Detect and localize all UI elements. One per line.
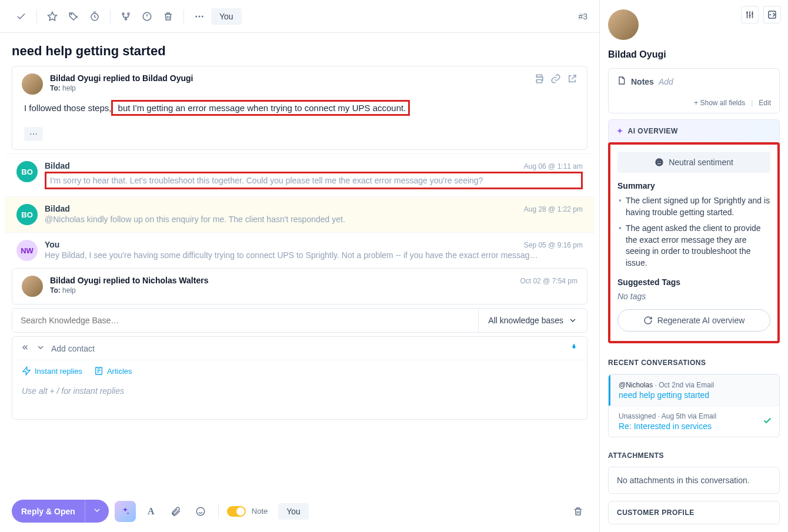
message-from: Bildad Oyugi replied to Nicholas Walters xyxy=(50,276,208,285)
svg-rect-11 xyxy=(537,80,542,83)
message-time: Aug 28 @ 1:22 pm xyxy=(524,205,583,213)
settings-icon[interactable] xyxy=(741,6,759,24)
message-time: Oct 02 @ 7:54 pm xyxy=(520,277,577,285)
highlighted-text: but I'm getting an error message when tr… xyxy=(111,100,410,116)
summary-item: The agent asked the client to provide th… xyxy=(626,223,770,269)
avatar: NW xyxy=(16,240,38,261)
add-contact-field[interactable]: Add contact xyxy=(51,344,95,353)
message-author: You xyxy=(45,240,59,249)
svg-point-21 xyxy=(660,161,660,162)
sparkle-icon: ✦ xyxy=(617,127,623,135)
note-row[interactable]: BO Bildad Aug 28 @ 1:22 pm @Nicholas kin… xyxy=(5,196,595,232)
thread: Bildad Oyugi replied to Bildad Oyugi To:… xyxy=(0,66,599,494)
summary-item: The client signed up for Sprightly and i… xyxy=(626,195,770,218)
svg-point-17 xyxy=(196,507,205,516)
ticket-id: #3 xyxy=(578,12,587,21)
recent-conversation[interactable]: @Nicholas · Oct 2nd via Email need help … xyxy=(609,374,779,406)
page-title: need help getting started xyxy=(12,44,587,59)
trash-icon[interactable] xyxy=(159,7,178,26)
notes-label: Notes xyxy=(631,77,654,86)
check-icon[interactable] xyxy=(12,7,31,26)
message-row[interactable]: BO Bildad Aug 06 @ 1:11 am I'm sorry to … xyxy=(5,153,595,196)
more-icon[interactable] xyxy=(190,7,209,26)
assignee-chip[interactable]: You xyxy=(211,8,242,25)
message-author: Bildad xyxy=(45,204,70,213)
svg-point-13 xyxy=(33,133,34,135)
toolbar: You #3 xyxy=(0,0,599,33)
summary-heading: Summary xyxy=(617,181,770,190)
avatar: BO xyxy=(16,161,38,182)
composer-input[interactable]: Use alt + / for instant replies xyxy=(12,382,587,419)
message-row[interactable]: NW You Sep 05 @ 9:16 pm Hey Bildad, I se… xyxy=(5,232,595,268)
link-icon[interactable] xyxy=(550,73,561,86)
print-icon[interactable] xyxy=(534,73,545,86)
svg-point-14 xyxy=(36,133,37,135)
message-to: To: help xyxy=(50,84,527,92)
emoji-icon[interactable] xyxy=(191,502,210,521)
text-format-icon[interactable]: A xyxy=(142,502,161,521)
show-all-fields[interactable]: + Show all fields xyxy=(694,99,745,107)
chevron-down-icon[interactable] xyxy=(36,343,45,354)
kb-search-row: All knowledge bases xyxy=(12,308,587,333)
discard-icon[interactable] xyxy=(569,502,587,521)
svg-marker-15 xyxy=(23,367,30,374)
avatar: BO xyxy=(16,204,38,225)
regenerate-button[interactable]: Regenerate AI overview xyxy=(617,309,770,332)
message-author: Bildad xyxy=(45,161,70,170)
svg-rect-22 xyxy=(657,163,660,164)
kb-scope-select[interactable]: All knowledge bases xyxy=(478,309,587,332)
check-icon xyxy=(763,416,772,427)
branch-icon[interactable] xyxy=(116,7,135,26)
customer-profile-heading[interactable]: CUSTOMER PROFILE xyxy=(608,501,780,524)
refresh-icon xyxy=(643,316,653,325)
svg-point-12 xyxy=(30,133,31,135)
svg-marker-0 xyxy=(48,12,57,20)
note-label: Note xyxy=(252,507,268,516)
sentiment-chip: Neutral sentiment xyxy=(617,152,770,173)
clock-icon[interactable] xyxy=(85,7,104,26)
message-to: To: help xyxy=(50,286,577,295)
ai-overview-heading: AI OVERVIEW xyxy=(628,127,678,135)
avatar xyxy=(22,73,43,95)
collapse-icon[interactable] xyxy=(763,6,781,24)
message-card[interactable]: Bildad Oyugi replied to Nicholas Walters… xyxy=(12,268,587,305)
ai-assist-button[interactable] xyxy=(115,501,136,522)
contact-name: Bildad Oyugi xyxy=(608,49,780,60)
svg-point-3 xyxy=(122,13,124,15)
message-body: @Nicholas kindly follow up on this enqui… xyxy=(45,215,583,224)
attachments-heading: ATTACHMENTS xyxy=(600,444,788,467)
sender-chip[interactable]: You xyxy=(278,503,309,520)
tags-heading: Suggested Tags xyxy=(617,277,770,287)
tag-icon[interactable] xyxy=(64,7,83,26)
avatar xyxy=(22,276,43,297)
note-toggle[interactable] xyxy=(227,506,246,517)
message-time: Aug 06 @ 1:11 am xyxy=(524,162,583,170)
neutral-face-icon xyxy=(655,158,664,167)
instant-replies-link[interactable]: Instant replies xyxy=(22,366,82,376)
recent-conversation[interactable]: Unassigned · Aug 5th via Email Re: Inter… xyxy=(609,406,779,437)
external-icon[interactable] xyxy=(567,73,577,86)
notes-add[interactable]: Add xyxy=(659,77,673,86)
svg-point-1 xyxy=(71,14,72,15)
composer: Add contact Instant replies Articles Use… xyxy=(12,336,587,420)
pin-icon[interactable] xyxy=(569,343,579,354)
reply-button[interactable]: Reply & Open xyxy=(12,500,109,523)
notes-icon xyxy=(617,76,626,87)
attachment-icon[interactable] xyxy=(166,502,185,521)
reply-all-icon[interactable] xyxy=(21,343,30,354)
message-from: Bildad Oyugi replied to Bildad Oyugi xyxy=(50,73,527,83)
articles-link[interactable]: Articles xyxy=(94,366,132,376)
attachments-empty: No attachments in this conversation. xyxy=(609,467,779,493)
svg-point-8 xyxy=(199,15,201,17)
alert-icon[interactable] xyxy=(138,7,156,26)
message-body: I followed those steps, but I'm getting … xyxy=(12,97,587,122)
svg-point-4 xyxy=(128,13,129,15)
expand-quote-icon[interactable] xyxy=(24,127,43,141)
no-tags: No tags xyxy=(617,292,770,301)
star-icon[interactable] xyxy=(43,7,62,26)
recent-heading: RECENT CONVERSATIONS xyxy=(600,352,788,374)
edit-contact[interactable]: Edit xyxy=(759,99,771,107)
reply-dropdown[interactable] xyxy=(85,500,109,523)
kb-search-input[interactable] xyxy=(12,309,478,332)
svg-point-5 xyxy=(125,18,127,20)
